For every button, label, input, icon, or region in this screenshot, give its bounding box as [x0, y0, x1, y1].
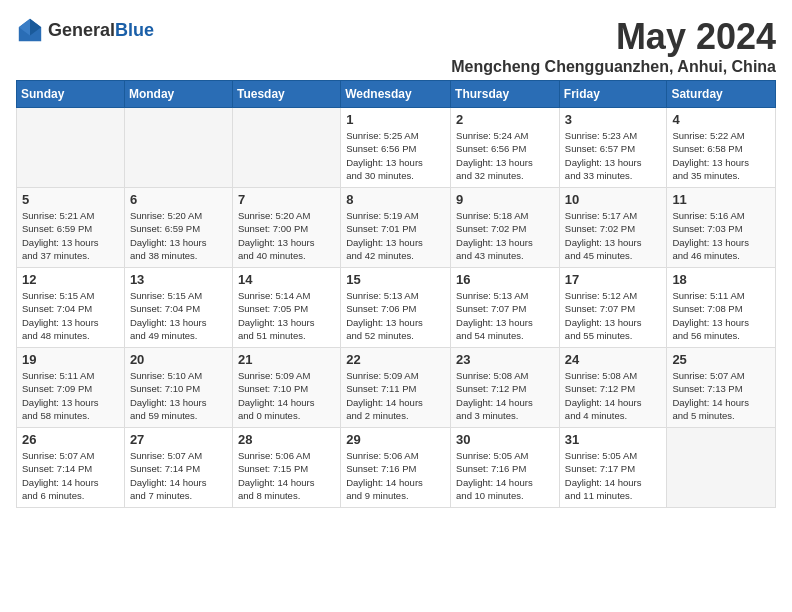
calendar-cell: 12Sunrise: 5:15 AM Sunset: 7:04 PM Dayli…	[17, 268, 125, 348]
day-info: Sunrise: 5:25 AM Sunset: 6:56 PM Dayligh…	[346, 129, 445, 182]
calendar-cell: 24Sunrise: 5:08 AM Sunset: 7:12 PM Dayli…	[559, 348, 667, 428]
logo-text-general: General	[48, 20, 115, 40]
weekday-header-row: SundayMondayTuesdayWednesdayThursdayFrid…	[17, 81, 776, 108]
day-number: 4	[672, 112, 770, 127]
calendar-cell	[124, 108, 232, 188]
day-number: 26	[22, 432, 119, 447]
calendar-cell: 31Sunrise: 5:05 AM Sunset: 7:17 PM Dayli…	[559, 428, 667, 508]
day-info: Sunrise: 5:08 AM Sunset: 7:12 PM Dayligh…	[456, 369, 554, 422]
day-info: Sunrise: 5:22 AM Sunset: 6:58 PM Dayligh…	[672, 129, 770, 182]
calendar-cell: 6Sunrise: 5:20 AM Sunset: 6:59 PM Daylig…	[124, 188, 232, 268]
calendar-cell: 22Sunrise: 5:09 AM Sunset: 7:11 PM Dayli…	[341, 348, 451, 428]
weekday-header-tuesday: Tuesday	[232, 81, 340, 108]
calendar-cell: 28Sunrise: 5:06 AM Sunset: 7:15 PM Dayli…	[232, 428, 340, 508]
calendar-cell: 29Sunrise: 5:06 AM Sunset: 7:16 PM Dayli…	[341, 428, 451, 508]
day-info: Sunrise: 5:18 AM Sunset: 7:02 PM Dayligh…	[456, 209, 554, 262]
day-info: Sunrise: 5:09 AM Sunset: 7:10 PM Dayligh…	[238, 369, 335, 422]
weekday-header-saturday: Saturday	[667, 81, 776, 108]
calendar-cell	[232, 108, 340, 188]
calendar-cell: 9Sunrise: 5:18 AM Sunset: 7:02 PM Daylig…	[451, 188, 560, 268]
day-number: 6	[130, 192, 227, 207]
calendar-cell: 20Sunrise: 5:10 AM Sunset: 7:10 PM Dayli…	[124, 348, 232, 428]
calendar-cell: 5Sunrise: 5:21 AM Sunset: 6:59 PM Daylig…	[17, 188, 125, 268]
calendar-cell: 18Sunrise: 5:11 AM Sunset: 7:08 PM Dayli…	[667, 268, 776, 348]
day-info: Sunrise: 5:23 AM Sunset: 6:57 PM Dayligh…	[565, 129, 662, 182]
day-number: 21	[238, 352, 335, 367]
day-info: Sunrise: 5:07 AM Sunset: 7:13 PM Dayligh…	[672, 369, 770, 422]
day-number: 11	[672, 192, 770, 207]
day-number: 1	[346, 112, 445, 127]
calendar-cell: 21Sunrise: 5:09 AM Sunset: 7:10 PM Dayli…	[232, 348, 340, 428]
day-number: 10	[565, 192, 662, 207]
day-info: Sunrise: 5:05 AM Sunset: 7:17 PM Dayligh…	[565, 449, 662, 502]
calendar-cell	[17, 108, 125, 188]
day-number: 13	[130, 272, 227, 287]
day-info: Sunrise: 5:08 AM Sunset: 7:12 PM Dayligh…	[565, 369, 662, 422]
calendar-cell: 17Sunrise: 5:12 AM Sunset: 7:07 PM Dayli…	[559, 268, 667, 348]
day-info: Sunrise: 5:16 AM Sunset: 7:03 PM Dayligh…	[672, 209, 770, 262]
day-info: Sunrise: 5:13 AM Sunset: 7:06 PM Dayligh…	[346, 289, 445, 342]
calendar-cell: 8Sunrise: 5:19 AM Sunset: 7:01 PM Daylig…	[341, 188, 451, 268]
day-number: 28	[238, 432, 335, 447]
day-number: 29	[346, 432, 445, 447]
calendar-week-row: 19Sunrise: 5:11 AM Sunset: 7:09 PM Dayli…	[17, 348, 776, 428]
day-info: Sunrise: 5:19 AM Sunset: 7:01 PM Dayligh…	[346, 209, 445, 262]
day-number: 16	[456, 272, 554, 287]
day-info: Sunrise: 5:11 AM Sunset: 7:09 PM Dayligh…	[22, 369, 119, 422]
calendar-cell: 14Sunrise: 5:14 AM Sunset: 7:05 PM Dayli…	[232, 268, 340, 348]
day-info: Sunrise: 5:06 AM Sunset: 7:15 PM Dayligh…	[238, 449, 335, 502]
day-number: 17	[565, 272, 662, 287]
calendar-cell: 10Sunrise: 5:17 AM Sunset: 7:02 PM Dayli…	[559, 188, 667, 268]
day-number: 2	[456, 112, 554, 127]
day-number: 5	[22, 192, 119, 207]
day-number: 19	[22, 352, 119, 367]
calendar-cell: 16Sunrise: 5:13 AM Sunset: 7:07 PM Dayli…	[451, 268, 560, 348]
day-info: Sunrise: 5:05 AM Sunset: 7:16 PM Dayligh…	[456, 449, 554, 502]
day-number: 30	[456, 432, 554, 447]
day-number: 23	[456, 352, 554, 367]
calendar-cell	[667, 428, 776, 508]
calendar-week-row: 1Sunrise: 5:25 AM Sunset: 6:56 PM Daylig…	[17, 108, 776, 188]
day-number: 7	[238, 192, 335, 207]
calendar-cell: 13Sunrise: 5:15 AM Sunset: 7:04 PM Dayli…	[124, 268, 232, 348]
calendar-cell: 3Sunrise: 5:23 AM Sunset: 6:57 PM Daylig…	[559, 108, 667, 188]
calendar-cell: 19Sunrise: 5:11 AM Sunset: 7:09 PM Dayli…	[17, 348, 125, 428]
day-number: 27	[130, 432, 227, 447]
day-number: 12	[22, 272, 119, 287]
day-info: Sunrise: 5:24 AM Sunset: 6:56 PM Dayligh…	[456, 129, 554, 182]
day-info: Sunrise: 5:15 AM Sunset: 7:04 PM Dayligh…	[130, 289, 227, 342]
day-number: 14	[238, 272, 335, 287]
day-number: 31	[565, 432, 662, 447]
logo-text-blue: Blue	[115, 20, 154, 40]
weekday-header-friday: Friday	[559, 81, 667, 108]
day-info: Sunrise: 5:07 AM Sunset: 7:14 PM Dayligh…	[22, 449, 119, 502]
day-number: 15	[346, 272, 445, 287]
day-number: 20	[130, 352, 227, 367]
day-number: 8	[346, 192, 445, 207]
day-info: Sunrise: 5:10 AM Sunset: 7:10 PM Dayligh…	[130, 369, 227, 422]
calendar-cell: 25Sunrise: 5:07 AM Sunset: 7:13 PM Dayli…	[667, 348, 776, 428]
day-info: Sunrise: 5:20 AM Sunset: 6:59 PM Dayligh…	[130, 209, 227, 262]
title-block: May 2024 Mengcheng Chengguanzhen, Anhui,…	[451, 16, 776, 76]
weekday-header-monday: Monday	[124, 81, 232, 108]
day-number: 25	[672, 352, 770, 367]
logo-icon	[16, 16, 44, 44]
day-number: 24	[565, 352, 662, 367]
day-number: 9	[456, 192, 554, 207]
calendar-table: SundayMondayTuesdayWednesdayThursdayFrid…	[16, 80, 776, 508]
day-info: Sunrise: 5:07 AM Sunset: 7:14 PM Dayligh…	[130, 449, 227, 502]
calendar-cell: 26Sunrise: 5:07 AM Sunset: 7:14 PM Dayli…	[17, 428, 125, 508]
calendar-week-row: 12Sunrise: 5:15 AM Sunset: 7:04 PM Dayli…	[17, 268, 776, 348]
day-info: Sunrise: 5:20 AM Sunset: 7:00 PM Dayligh…	[238, 209, 335, 262]
weekday-header-wednesday: Wednesday	[341, 81, 451, 108]
day-info: Sunrise: 5:11 AM Sunset: 7:08 PM Dayligh…	[672, 289, 770, 342]
calendar-cell: 30Sunrise: 5:05 AM Sunset: 7:16 PM Dayli…	[451, 428, 560, 508]
day-info: Sunrise: 5:06 AM Sunset: 7:16 PM Dayligh…	[346, 449, 445, 502]
day-number: 18	[672, 272, 770, 287]
day-info: Sunrise: 5:09 AM Sunset: 7:11 PM Dayligh…	[346, 369, 445, 422]
day-info: Sunrise: 5:15 AM Sunset: 7:04 PM Dayligh…	[22, 289, 119, 342]
month-title: May 2024	[451, 16, 776, 58]
calendar-cell: 7Sunrise: 5:20 AM Sunset: 7:00 PM Daylig…	[232, 188, 340, 268]
day-number: 3	[565, 112, 662, 127]
calendar-cell: 1Sunrise: 5:25 AM Sunset: 6:56 PM Daylig…	[341, 108, 451, 188]
